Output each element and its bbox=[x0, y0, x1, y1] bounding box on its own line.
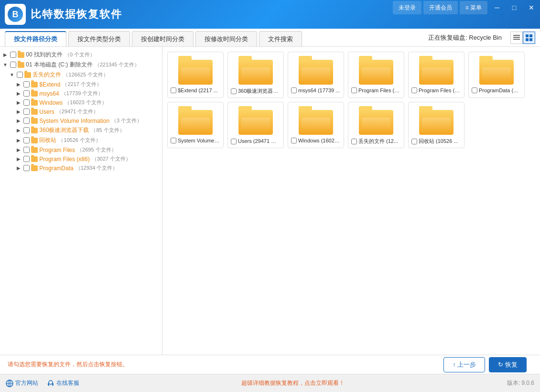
tree-item-windows[interactable]: ▶ Windows （16023 个文件） bbox=[0, 98, 162, 107]
checkbox-lost[interactable] bbox=[17, 72, 23, 78]
tab-type[interactable]: 按文件类型分类 bbox=[68, 31, 130, 46]
file-checkbox-pf[interactable] bbox=[351, 87, 357, 93]
checkbox-disk[interactable] bbox=[10, 62, 16, 68]
grid-view-btn[interactable] bbox=[523, 32, 535, 44]
expander-progfiles[interactable]: ▶ bbox=[15, 147, 22, 153]
checkbox-sysvolinfo[interactable] bbox=[23, 118, 30, 124]
folder-icon-grid-users bbox=[238, 106, 273, 135]
file-item-360[interactable]: 360极速浏览器X... bbox=[227, 52, 284, 98]
checkbox-msys64[interactable] bbox=[23, 90, 30, 97]
file-item-pf86[interactable]: Program Files (x8... bbox=[408, 52, 464, 98]
menu-btn[interactable]: ≡ 菜单 bbox=[460, 1, 487, 14]
folder-icon-msys64 bbox=[31, 91, 38, 97]
tree-item-progfiles86[interactable]: ▶ Program Files (x86) （3027 个文件） bbox=[0, 154, 162, 163]
file-item-recycle-grid[interactable]: 回收站 (10526 ... bbox=[408, 102, 464, 148]
svg-rect-5 bbox=[526, 38, 529, 41]
support-link[interactable]: 在线客服 bbox=[47, 379, 79, 387]
expander-disk[interactable]: ▼ bbox=[2, 62, 9, 68]
expander-lost[interactable]: ▼ bbox=[9, 72, 15, 78]
vip-btn[interactable]: 开通会员 bbox=[423, 1, 458, 14]
file-checkbox-msys[interactable] bbox=[291, 87, 297, 93]
version-label: 版本: 9.0.6 bbox=[507, 379, 534, 387]
checkbox-progfiles[interactable] bbox=[23, 147, 30, 153]
file-checkbox-recycle[interactable] bbox=[411, 139, 417, 144]
tree-item-sysvolinfo[interactable]: ▶ System Volume Information （3 个文件） bbox=[0, 116, 162, 125]
checkbox-recycle[interactable] bbox=[23, 137, 30, 143]
back-button[interactable]: ↑ 上一步 bbox=[443, 357, 485, 372]
folder-icon-users bbox=[31, 109, 38, 115]
tab-modify[interactable]: 按修改时间分类 bbox=[195, 31, 257, 46]
tree-item-disk[interactable]: ▼ 01 本地磁盘 (C:) 删除文件 （221345 个文件） bbox=[0, 60, 162, 70]
close-btn[interactable]: ✕ bbox=[523, 0, 540, 15]
tree-item-progfiles[interactable]: ▶ Program Files （2695 个文件） bbox=[0, 145, 162, 154]
file-checkbox-pf86[interactable] bbox=[411, 87, 417, 93]
file-item-msys[interactable]: msys64 (17739 ... bbox=[288, 52, 344, 98]
expander-users[interactable]: ▶ bbox=[15, 109, 22, 115]
folder-icon-windows bbox=[31, 100, 38, 106]
checkbox-progfiles86[interactable] bbox=[23, 156, 30, 162]
status-label: 正在恢复磁盘: Recycle Bin bbox=[423, 29, 507, 46]
file-item-svi[interactable]: System Volume In... bbox=[167, 102, 224, 148]
checkbox-users[interactable] bbox=[23, 109, 30, 115]
checkbox-extend[interactable] bbox=[23, 81, 30, 87]
tree-label-lost: 丢失的文件 bbox=[32, 71, 61, 79]
minimize-btn[interactable]: ─ bbox=[488, 0, 506, 15]
expander-found[interactable]: ▶ bbox=[2, 52, 9, 58]
tree-item-msys64[interactable]: ▶ msys64 （17739 个文件） bbox=[0, 89, 162, 98]
expander-msys64[interactable]: ▶ bbox=[15, 90, 22, 97]
tree-label-msys64: msys64 bbox=[39, 90, 59, 97]
tree-count-progfiles: （2695 个文件） bbox=[77, 146, 117, 153]
maximize-btn[interactable]: □ bbox=[506, 0, 523, 15]
checkbox-progdata[interactable] bbox=[23, 165, 30, 171]
file-checkbox-extend[interactable] bbox=[171, 87, 176, 93]
tree-item-progdata[interactable]: ▶ ProgramData （12934 个文件） bbox=[0, 163, 162, 173]
tab-create[interactable]: 按创建时间分类 bbox=[132, 31, 194, 46]
recover-button[interactable]: ↻ 恢复 bbox=[489, 357, 527, 372]
expander-recycle[interactable]: ▶ bbox=[15, 137, 22, 144]
file-item-lost-grid[interactable]: 丢失的文件 (12... bbox=[348, 102, 404, 148]
tree-item-360dl[interactable]: ▶ 360极速浏览器下载 （85 个文件） bbox=[0, 125, 162, 135]
tree-label-sysvolinfo: System Volume Information bbox=[39, 118, 109, 124]
file-item-pd[interactable]: ProgramData (12... bbox=[468, 52, 525, 98]
file-item-users-grid[interactable]: Users (29471 个... bbox=[227, 102, 284, 148]
expander-360dl[interactable]: ▶ bbox=[15, 127, 22, 134]
tree-item-extend[interactable]: ▶ $Extend （2217 个文件） bbox=[0, 80, 162, 89]
file-checkbox-lost[interactable] bbox=[351, 139, 357, 144]
file-checkbox-svi[interactable] bbox=[171, 138, 176, 143]
checkbox-360dl[interactable] bbox=[23, 127, 30, 133]
tree-item-recycle[interactable]: ▶ 回收站 （10526 个文件） bbox=[0, 135, 162, 145]
expander-progdata[interactable]: ▶ bbox=[15, 165, 22, 172]
website-link[interactable]: 官方网站 bbox=[6, 379, 38, 387]
tree-count-disk: （221345 个文件） bbox=[95, 61, 140, 68]
tree-item-lost[interactable]: ▼ 丢失的文件 （126625 个文件） bbox=[0, 70, 162, 80]
file-name-recycle: 回收站 (10526 ... bbox=[419, 138, 458, 145]
file-checkbox-windows[interactable] bbox=[291, 138, 297, 143]
file-checkbox-users[interactable] bbox=[231, 139, 237, 144]
file-item-windows-grid[interactable]: Windows (16023 ... bbox=[288, 102, 344, 148]
logo-icon: B bbox=[8, 7, 23, 22]
tree-item-users[interactable]: ▶ Users （29471 个文件） bbox=[0, 107, 162, 116]
file-item-pf[interactable]: Program Files (26... bbox=[348, 52, 404, 98]
list-view-btn[interactable] bbox=[510, 32, 523, 44]
folder-icon-grid-windows bbox=[299, 106, 333, 135]
expander-progfiles86[interactable]: ▶ bbox=[15, 156, 22, 163]
footer: 官方网站 在线客服 超级详细教据恢复教程，点击立即观看！ 版本: 9.0.6 bbox=[0, 374, 540, 392]
tab-search[interactable]: 文件搜索 bbox=[259, 31, 302, 46]
expander-sysvolinfo[interactable]: ▶ bbox=[15, 118, 22, 124]
checkbox-windows[interactable] bbox=[23, 99, 30, 106]
folder-icon-grid-extend bbox=[178, 56, 213, 85]
file-checkbox-pd[interactable] bbox=[472, 87, 477, 93]
not-logged-in-btn[interactable]: 未登录 bbox=[393, 1, 421, 14]
checkbox-found[interactable] bbox=[10, 52, 16, 58]
folder-icon-grid-recycle bbox=[419, 106, 454, 135]
expander-extend[interactable]: ▶ bbox=[15, 81, 22, 88]
main-content: ▶ 00 找到的文件 （0 个文件） ▼ 01 本地磁盘 (C:) 删除文件 （… bbox=[0, 47, 540, 355]
tab-path[interactable]: 按文件路径分类 bbox=[5, 31, 66, 46]
expander-windows[interactable]: ▶ bbox=[15, 99, 22, 106]
tree-count-users: （29471 个文件） bbox=[56, 108, 99, 115]
file-checkbox-360[interactable] bbox=[231, 88, 237, 94]
file-item-extend[interactable]: $Extend (2217 ... bbox=[167, 52, 224, 98]
footer-center[interactable]: 超级详细教据恢复教程，点击立即观看！ bbox=[79, 379, 507, 387]
tree-label-progfiles86: Program Files (x86) bbox=[39, 156, 89, 163]
tree-item-found[interactable]: ▶ 00 找到的文件 （0 个文件） bbox=[0, 50, 162, 60]
